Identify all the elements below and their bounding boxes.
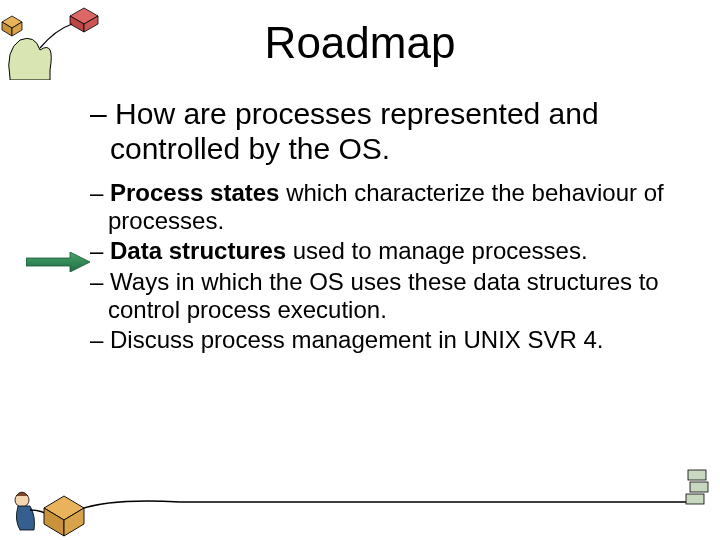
bullet-text: used to manage processes. (286, 237, 588, 264)
bullet-text: How are processes represented and contro… (110, 97, 599, 165)
bullet-bold: Process states (110, 179, 279, 206)
bullet-bold: Data structures (110, 237, 286, 264)
svg-marker-6 (26, 252, 90, 272)
svg-rect-9 (686, 494, 704, 504)
slide: Roadmap – How are processes represented … (0, 0, 720, 540)
pointer-arrow-icon (26, 252, 90, 272)
bullet-dash: – (90, 97, 115, 130)
bullet-dash: – (90, 179, 110, 206)
bullet-text: Discuss process management in UNIX SVR 4… (110, 326, 604, 353)
slide-title: Roadmap (0, 18, 720, 68)
bullet-item: – Discuss process management in UNIX SVR… (90, 326, 680, 354)
bullet-dash: – (90, 237, 110, 264)
svg-rect-7 (688, 470, 706, 480)
corner-decoration-bottom-icon (0, 450, 720, 540)
bullet-dash: – (90, 326, 110, 353)
bullet-item: – Data structures used to manage process… (90, 237, 680, 265)
bullet-list: – How are processes represented and cont… (90, 96, 680, 357)
bullet-item: – How are processes represented and cont… (90, 96, 680, 167)
bullet-item: – Process states which characterize the … (90, 179, 680, 236)
svg-rect-8 (690, 482, 708, 492)
bullet-text: Ways in which the OS uses these data str… (108, 268, 659, 323)
bullet-item: – Ways in which the OS uses these data s… (90, 268, 680, 325)
bullet-dash: – (90, 268, 110, 295)
